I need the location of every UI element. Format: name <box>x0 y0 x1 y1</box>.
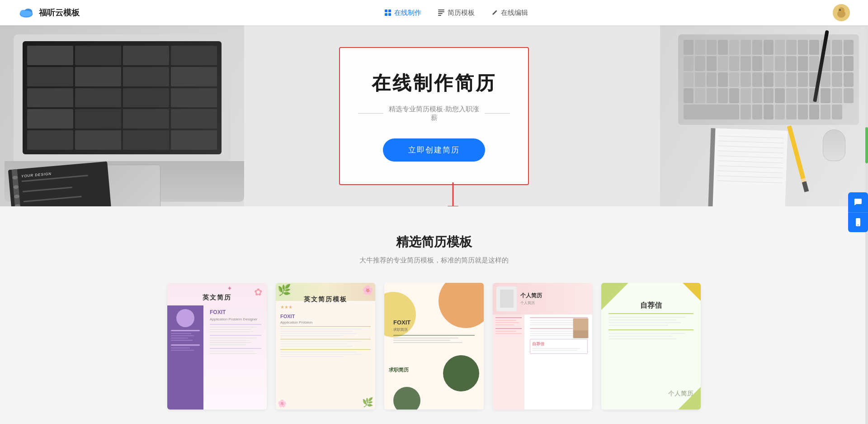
tmpl1-tag: FOXIT <box>210 309 261 315</box>
logo[interactable]: 福听云模板 <box>18 6 80 19</box>
hero-subtitle: 精选专业简历模板·助您入职涨薪 <box>358 105 510 122</box>
template-card-2[interactable]: 🌿 🌸 英文简历模板 ★★★ FOXIT Application Problem <box>276 283 375 410</box>
svg-rect-10 <box>438 13 443 14</box>
svg-point-19 <box>858 224 859 225</box>
main-nav: 在线制作 简历模板 在线编辑 <box>384 9 528 17</box>
scroll-thumb[interactable] <box>865 127 868 163</box>
tmpl2-label: 英文简历模板 <box>276 295 375 304</box>
chat-icon <box>854 198 863 207</box>
nav-label-online-edit: 在线编辑 <box>501 9 528 17</box>
nav-item-template[interactable]: 简历模板 <box>438 9 475 17</box>
create-resume-button[interactable]: 立即创建简历 <box>383 138 485 162</box>
hero-card: 在线制作简历 精选专业简历模板·助您入职涨薪 立即创建简历 <box>339 47 529 185</box>
template-icon <box>438 9 445 16</box>
svg-rect-6 <box>385 13 387 16</box>
logo-icon <box>18 6 34 19</box>
template-card-4[interactable]: 个人简历 个人简历 <box>493 283 592 410</box>
nav-item-online-make[interactable]: 在线制作 <box>384 9 421 17</box>
tmpl1-label: 英文简历 <box>167 294 267 302</box>
laptop-body <box>14 34 231 170</box>
template-section: 精选简历模板 大牛推荐的专业简历模板，标准的简历就是这样的 ✿ ✦ 英文简历 <box>0 206 868 424</box>
section-title: 精选简历模板 <box>18 233 850 251</box>
header: 福听云模板 在线制作 简历模板 在线编辑 <box>0 0 868 25</box>
svg-rect-7 <box>388 13 391 16</box>
svg-rect-5 <box>388 10 391 12</box>
svg-point-15 <box>840 10 841 11</box>
svg-rect-11 <box>438 15 441 16</box>
section-subtitle: 大牛推荐的专业简历模板，标准的简历就是这样的 <box>18 256 850 265</box>
play-icon <box>384 9 392 16</box>
phone-icon <box>854 218 863 227</box>
template-card-5[interactable]: 自荐信 个人简历 <box>601 283 701 410</box>
svg-rect-8 <box>438 10 444 10</box>
hero-banner: YOUR DESIGN <box>0 25 868 206</box>
nav-item-online-edit[interactable]: 在线编辑 <box>491 9 528 17</box>
header-right <box>833 4 850 21</box>
tmpl3-bottom-label: 求职简历 <box>389 367 409 373</box>
template-card-1[interactable]: ✿ ✦ 英文简历 FOXIT <box>167 283 267 410</box>
phone-button[interactable] <box>848 212 868 232</box>
nav-label-template: 简历模板 <box>448 9 475 17</box>
svg-rect-4 <box>385 10 387 12</box>
svg-point-3 <box>20 11 32 17</box>
template-card-3[interactable]: FOXIT 求职简历 求职简历 <box>384 283 484 410</box>
tmpl5-label: 自荐信 <box>609 301 693 310</box>
chat-button[interactable] <box>848 192 868 212</box>
tmpl3-label: FOXIT <box>393 319 475 326</box>
edit-icon <box>491 9 498 16</box>
hero-bg-left: YOUR DESIGN <box>0 25 262 206</box>
side-buttons <box>848 192 868 232</box>
hero-bg-right <box>642 25 868 206</box>
svg-point-14 <box>838 7 844 14</box>
svg-rect-9 <box>438 11 444 12</box>
template-grid: ✿ ✦ 英文简历 FOXIT <box>18 283 850 414</box>
logo-text: 福听云模板 <box>39 7 80 18</box>
nav-label-online-make: 在线制作 <box>394 9 421 17</box>
pencil <box>787 125 809 192</box>
hero-title: 在线制作简历 <box>358 71 510 96</box>
avatar[interactable] <box>833 4 850 21</box>
